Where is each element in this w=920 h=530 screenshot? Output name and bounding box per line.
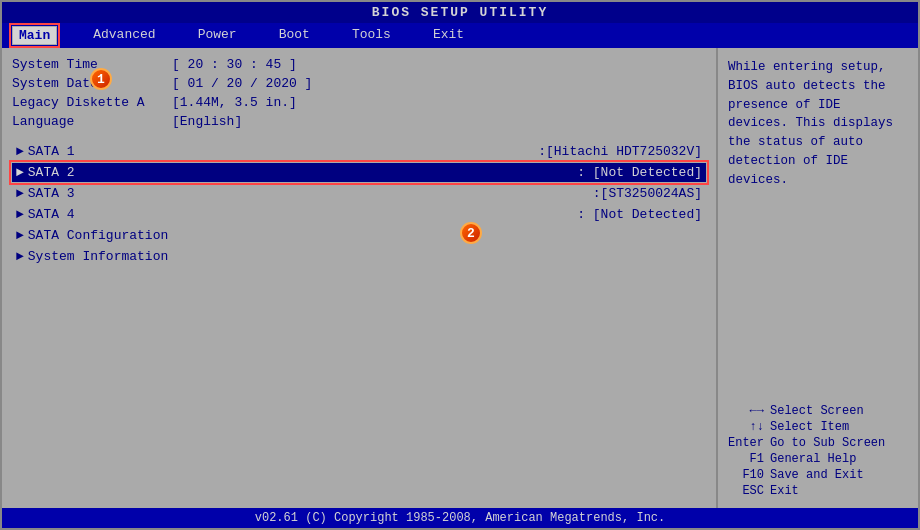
menu-item-power[interactable]: Power (192, 26, 243, 45)
help-text: While entering setup, BIOS auto detects … (728, 58, 908, 400)
key-name-4: F10 (728, 468, 764, 482)
legacy-diskette-value: [1.44M, 3.5 in.] (172, 95, 706, 110)
menu-item-advanced[interactable]: Advanced (87, 26, 161, 45)
key-row-4: F10 Save and Exit (728, 468, 908, 482)
sata1-value: :[Hitachi HDT725032V] (538, 144, 702, 159)
sata4-label: SATA 4 (28, 207, 577, 222)
sata1-label: SATA 1 (28, 144, 538, 159)
system-time-value: [ 20 : 30 : 45 ] (172, 57, 706, 72)
badge-1-container: 1 (90, 68, 112, 90)
sata4-item[interactable]: ► SATA 4 : [Not Detected] (12, 205, 706, 224)
sata3-item[interactable]: ► SATA 3 :[ST3250024AS] (12, 184, 706, 203)
key-desc-3: General Help (770, 452, 856, 466)
footer-text: v02.61 (C) Copyright 1985-2008, American… (255, 511, 665, 525)
key-desc-0: Select Screen (770, 404, 864, 418)
sata-config-item[interactable]: ► SATA Configuration (12, 226, 706, 245)
sata2-arrow: ► (16, 165, 24, 180)
system-info-arrow: ► (16, 249, 24, 264)
bios-screen: BIOS SETUP UTILITY Main Advanced Power B… (0, 0, 920, 530)
key-row-5: ESC Exit (728, 484, 908, 498)
main-panel: System Time [ 20 : 30 : 45 ] System Date… (2, 48, 718, 508)
badge-1: 1 (90, 68, 112, 90)
key-desc-5: Exit (770, 484, 799, 498)
key-row-1: ↑↓ Select Item (728, 420, 908, 434)
menu-item-tools[interactable]: Tools (346, 26, 397, 45)
key-name-2: Enter (728, 436, 764, 450)
system-time-row: System Time [ 20 : 30 : 45 ] (12, 56, 706, 73)
sata1-arrow: ► (16, 144, 24, 159)
key-row-0: ←→ Select Screen (728, 404, 908, 418)
menu-bar: Main Advanced Power Boot Tools Exit (2, 23, 918, 48)
language-label: Language (12, 114, 172, 129)
key-row-2: Enter Go to Sub Screen (728, 436, 908, 450)
legacy-diskette-row: Legacy Diskette A [1.44M, 3.5 in.] (12, 94, 706, 111)
title-bar: BIOS SETUP UTILITY (2, 2, 918, 23)
sata1-item[interactable]: ► SATA 1 :[Hitachi HDT725032V] (12, 142, 706, 161)
info-panel: While entering setup, BIOS auto detects … (718, 48, 918, 508)
system-info-label: System Information (28, 249, 702, 264)
badge-2: 2 (460, 222, 482, 244)
menu-item-boot[interactable]: Boot (273, 26, 316, 45)
footer: v02.61 (C) Copyright 1985-2008, American… (2, 508, 918, 528)
sata4-value: : [Not Detected] (577, 207, 702, 222)
system-date-row: System Date [ 01 / 20 / 2020 ] (12, 75, 706, 92)
sata2-label: SATA 2 (28, 165, 577, 180)
sata-config-label: SATA Configuration (28, 228, 702, 243)
legacy-diskette-label: Legacy Diskette A (12, 95, 172, 110)
sata2-value: : [Not Detected] (577, 165, 702, 180)
key-desc-1: Select Item (770, 420, 849, 434)
sata3-arrow: ► (16, 186, 24, 201)
key-desc-4: Save and Exit (770, 468, 864, 482)
key-help: ←→ Select Screen ↑↓ Select Item Enter Go… (728, 404, 908, 498)
key-name-0: ←→ (728, 404, 764, 418)
language-row: Language [English] (12, 113, 706, 130)
system-date-value: [ 01 / 20 / 2020 ] (172, 76, 706, 91)
sata4-arrow: ► (16, 207, 24, 222)
key-name-1: ↑↓ (728, 420, 764, 434)
key-name-3: F1 (728, 452, 764, 466)
bios-title: BIOS SETUP UTILITY (372, 5, 548, 20)
sata3-label: SATA 3 (28, 186, 593, 201)
sata-config-arrow: ► (16, 228, 24, 243)
key-desc-2: Go to Sub Screen (770, 436, 885, 450)
menu-item-main[interactable]: Main (12, 26, 57, 45)
menu-item-exit[interactable]: Exit (427, 26, 470, 45)
key-name-5: ESC (728, 484, 764, 498)
content-area: System Time [ 20 : 30 : 45 ] System Date… (2, 48, 918, 508)
sata3-value: :[ST3250024AS] (593, 186, 702, 201)
language-value: [English] (172, 114, 706, 129)
system-info-item[interactable]: ► System Information (12, 247, 706, 266)
key-row-3: F1 General Help (728, 452, 908, 466)
badge-2-container: 2 (460, 222, 482, 244)
sata2-item[interactable]: ► SATA 2 : [Not Detected] (12, 163, 706, 182)
